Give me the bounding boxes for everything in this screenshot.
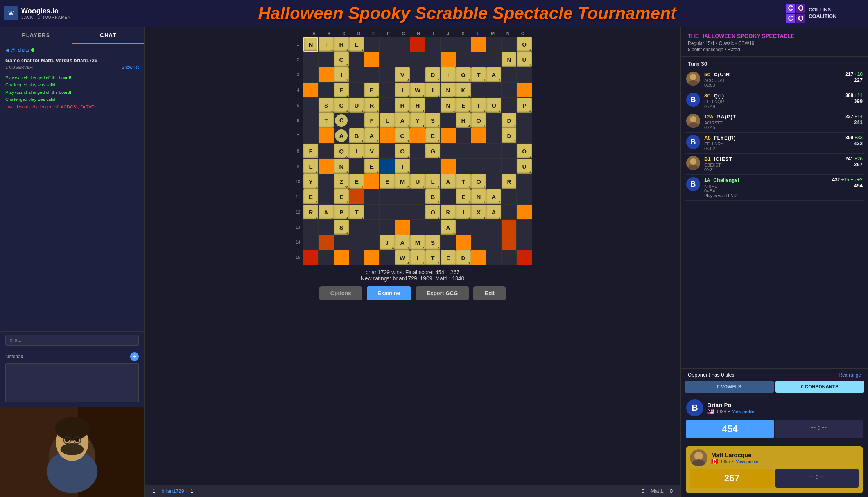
cell-10K[interactable]: T1 (456, 174, 471, 189)
cell-13E[interactable] (364, 220, 379, 235)
cell-15K[interactable]: D2 (456, 250, 471, 265)
cell-1B[interactable]: I1 (319, 37, 334, 52)
cell-13G[interactable] (395, 220, 410, 235)
cell-13K[interactable] (456, 220, 471, 235)
cell-15E[interactable] (364, 250, 379, 265)
cell-15J[interactable]: E1 (441, 250, 456, 265)
cell-2F[interactable] (380, 52, 395, 67)
cell-9G[interactable]: I1 (395, 159, 410, 174)
cell-11N[interactable] (502, 189, 516, 204)
cell-4B[interactable] (319, 83, 334, 97)
cell-14H[interactable]: M3 (410, 235, 425, 250)
cell-6N[interactable]: D2 (502, 113, 516, 128)
cell-3G[interactable]: V4 (395, 67, 410, 82)
cell-9I[interactable] (425, 159, 440, 174)
cell-13O[interactable] (517, 220, 532, 235)
cell-1I[interactable] (425, 37, 440, 52)
cell-11J[interactable] (441, 189, 456, 204)
cell-7L[interactable] (471, 128, 486, 143)
cell-3D[interactable] (349, 67, 364, 82)
logo-box[interactable]: W (4, 6, 18, 20)
cell-11B[interactable] (319, 189, 334, 204)
cell-14L[interactable] (471, 235, 486, 250)
cell-5L[interactable]: T1 (471, 98, 486, 113)
cell-11G[interactable] (395, 189, 410, 204)
cell-3E[interactable] (364, 67, 379, 82)
cell-2L[interactable] (471, 52, 486, 67)
cell-2H[interactable] (410, 52, 425, 67)
tab-players[interactable]: PLAYERS (0, 27, 72, 44)
cell-4D[interactable] (349, 83, 364, 97)
cell-13D[interactable] (349, 220, 364, 235)
cell-13B[interactable] (319, 220, 334, 235)
player2-view-profile[interactable]: View profile (736, 459, 758, 464)
tab-chat[interactable]: CHAT (72, 27, 145, 44)
cell-4I[interactable]: I1 (425, 83, 440, 97)
cell-2A[interactable] (303, 52, 318, 67)
cell-3K[interactable]: O1 (456, 67, 471, 82)
all-chats-link[interactable]: ◀ All chats (0, 44, 144, 56)
cell-7O[interactable] (517, 128, 532, 143)
cell-15G[interactable]: W4 (395, 250, 410, 265)
cell-5N[interactable] (502, 98, 516, 113)
cell-1D[interactable]: L1 (349, 37, 364, 52)
cell-15M[interactable] (486, 250, 501, 265)
cell-2M[interactable] (486, 52, 501, 67)
cell-13C[interactable]: S1 (334, 220, 349, 235)
vowels-button[interactable]: 0 VOWELS (685, 381, 774, 393)
cell-1C[interactable]: R1 (334, 37, 349, 52)
cell-10E[interactable] (364, 174, 379, 189)
cell-5C[interactable]: C3 (334, 98, 349, 113)
cell-4E[interactable]: E1 (364, 83, 379, 97)
options-button[interactable]: Options (319, 286, 362, 300)
cell-1A[interactable]: N1 (303, 37, 318, 52)
cell-8J[interactable] (441, 144, 456, 158)
cell-15O[interactable] (517, 250, 532, 265)
cell-15B[interactable] (319, 250, 334, 265)
cell-3N[interactable] (502, 67, 516, 82)
cell-8N[interactable] (502, 144, 516, 158)
cell-6I[interactable]: S1 (425, 113, 440, 128)
cell-10A[interactable]: Y4 (303, 174, 318, 189)
cell-4O[interactable] (517, 83, 532, 97)
cell-1M[interactable] (486, 37, 501, 52)
cell-12D[interactable]: T1 (349, 205, 364, 219)
cell-2K[interactable] (456, 52, 471, 67)
exit-button[interactable]: Exit (473, 286, 506, 300)
cell-14O[interactable] (517, 235, 532, 250)
cell-4L[interactable] (471, 83, 486, 97)
cell-8D[interactable]: I1 (349, 144, 364, 158)
cell-11K[interactable]: E1 (456, 189, 471, 204)
cell-9K[interactable] (456, 159, 471, 174)
cell-12I[interactable]: O1 (425, 205, 440, 219)
cell-7M[interactable] (486, 128, 501, 143)
cell-14B[interactable] (319, 235, 334, 250)
cell-7C[interactable]: A (334, 128, 349, 143)
cell-5I[interactable] (425, 98, 440, 113)
cell-2O[interactable]: U1 (517, 52, 532, 67)
cell-8E[interactable]: V4 (364, 144, 379, 158)
cell-5D[interactable]: U1 (349, 98, 364, 113)
cell-10J[interactable]: A1 (441, 174, 456, 189)
cell-7H[interactable] (410, 128, 425, 143)
cell-10M[interactable] (486, 174, 501, 189)
cell-6G[interactable]: A1 (395, 113, 410, 128)
cell-8I[interactable]: G2 (425, 144, 440, 158)
cell-9E[interactable]: E1 (364, 159, 379, 174)
cell-14D[interactable] (349, 235, 364, 250)
cell-9N[interactable] (502, 159, 516, 174)
cell-13F[interactable] (380, 220, 395, 235)
cell-4A[interactable] (303, 83, 318, 97)
cell-3C[interactable]: I1 (334, 67, 349, 82)
cell-12N[interactable] (502, 205, 516, 219)
cell-1F[interactable] (380, 37, 395, 52)
cell-14I[interactable]: S1 (425, 235, 440, 250)
cell-7F[interactable] (380, 128, 395, 143)
cell-9H[interactable] (410, 159, 425, 174)
cell-6E[interactable]: F4 (364, 113, 379, 128)
cell-15A[interactable] (303, 250, 318, 265)
cell-2C[interactable]: C3 (334, 52, 349, 67)
cell-8C[interactable]: Q10 (334, 144, 349, 158)
chat-input[interactable] (5, 335, 139, 346)
cell-7G[interactable]: G2 (395, 128, 410, 143)
